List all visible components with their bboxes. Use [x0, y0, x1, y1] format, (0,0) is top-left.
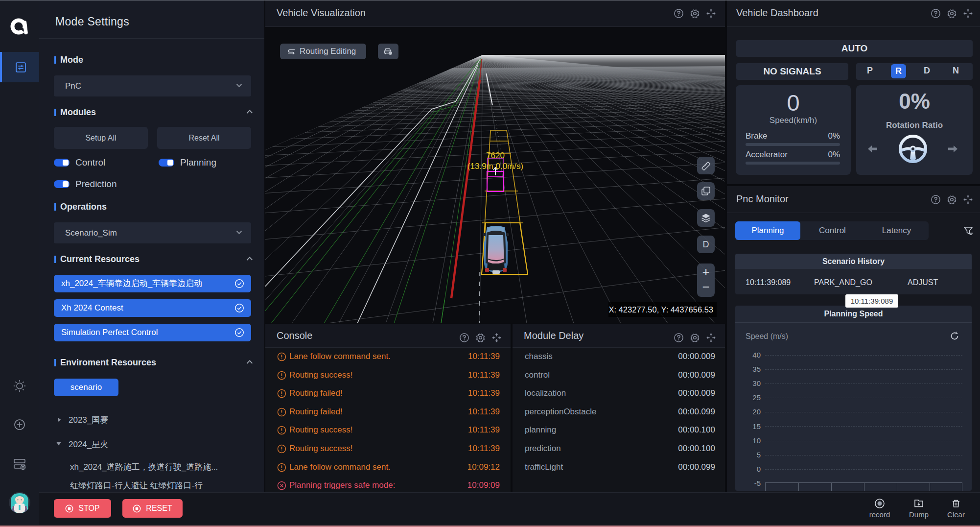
svg-text:(13.9m 0.0m/s): (13.9m 0.0m/s) [467, 162, 523, 171]
svg-text:X: 423277.50, Y: 4437656.53: X: 423277.50, Y: 4437656.53 [609, 305, 713, 314]
svg-text:7620: 7620 [486, 151, 505, 160]
